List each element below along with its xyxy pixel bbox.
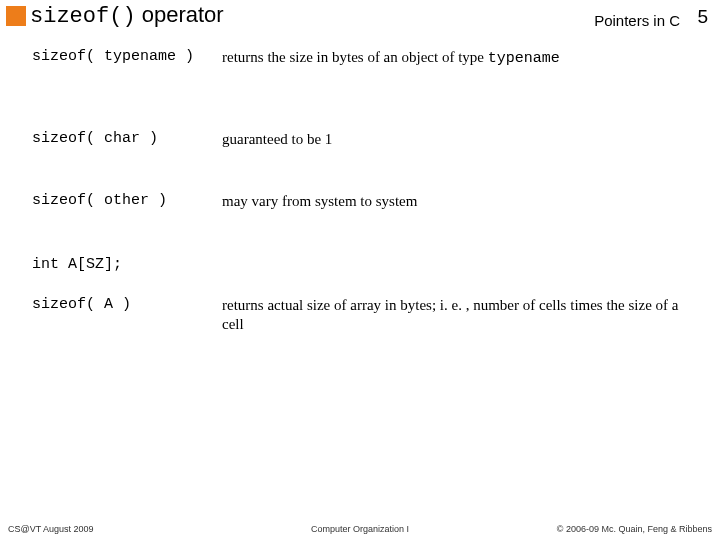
code-lhs: sizeof( A ) xyxy=(32,296,222,313)
desc-rhs: returns the size in bytes of an object o… xyxy=(222,48,700,69)
page-number: 5 xyxy=(697,6,708,28)
code-lhs: sizeof( other ) xyxy=(32,192,222,209)
topic-label: Pointers in C xyxy=(594,12,680,29)
row-sizeof-other: sizeof( other ) may vary from system to … xyxy=(32,192,700,213)
code-lhs: sizeof( char ) xyxy=(32,130,222,147)
desc-rhs: returns actual size of array in bytes; i… xyxy=(222,296,700,334)
footer: CS@VT August 2009 Computer Organization … xyxy=(8,518,712,534)
array-declaration: int A[SZ]; xyxy=(32,256,122,273)
title-code: sizeof() xyxy=(30,4,136,29)
row-sizeof-typename: sizeof( typename ) returns the size in b… xyxy=(32,48,700,69)
rhs-text: returns the size in bytes of an object o… xyxy=(222,49,488,65)
footer-right: © 2006-09 Mc. Quain, Feng & Ribbens xyxy=(557,524,712,534)
rhs-text: guaranteed to be 1 xyxy=(222,131,332,147)
rhs-code: typename xyxy=(488,50,560,67)
desc-rhs: guaranteed to be 1 xyxy=(222,130,700,151)
row-sizeof-array: sizeof( A ) returns actual size of array… xyxy=(32,296,700,334)
code-lhs: sizeof( typename ) xyxy=(32,48,222,65)
slide: sizeof() operator Pointers in C 5 sizeof… xyxy=(0,0,720,540)
title-bullet xyxy=(6,6,26,26)
rhs-text: may vary from system to system xyxy=(222,193,417,209)
row-sizeof-char: sizeof( char ) guaranteed to be 1 xyxy=(32,130,700,151)
desc-rhs: may vary from system to system xyxy=(222,192,700,213)
title-rest: operator xyxy=(136,2,224,27)
slide-title: sizeof() operator xyxy=(30,2,530,32)
